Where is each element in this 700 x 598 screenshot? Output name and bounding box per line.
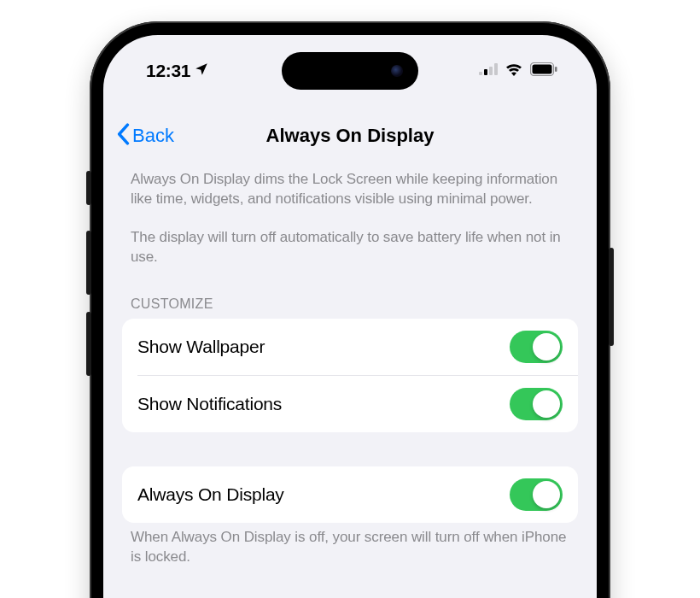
row-always-on-display: Always On Display <box>122 466 578 523</box>
camera-lens-icon <box>391 65 403 77</box>
row-label: Show Notifications <box>137 394 282 414</box>
side-button-volume-up <box>86 231 91 295</box>
intro-paragraph-1: Always On Display dims the Lock Screen w… <box>131 170 569 209</box>
back-button[interactable]: Back <box>115 123 174 149</box>
battery-icon <box>530 62 557 79</box>
svg-rect-0 <box>479 72 482 75</box>
svg-rect-5 <box>533 65 552 74</box>
nav-bar: Back Always On Display <box>103 112 597 160</box>
customize-group: Show Wallpaper Show Notifications <box>122 319 578 432</box>
back-label: Back <box>132 125 174 147</box>
footer-text: When Always On Display is off, your scre… <box>122 523 578 567</box>
toggle-always-on-display[interactable] <box>510 478 563 511</box>
intro-text: Always On Display dims the Lock Screen w… <box>122 165 578 267</box>
svg-rect-6 <box>555 67 557 72</box>
svg-rect-3 <box>494 63 498 75</box>
toggle-knob <box>533 390 560 418</box>
content-scroll[interactable]: Always On Display dims the Lock Screen w… <box>103 165 597 598</box>
screen: 12:31 <box>103 35 597 598</box>
dynamic-island <box>282 52 418 90</box>
side-button-mute <box>86 171 91 205</box>
wifi-icon <box>505 62 523 79</box>
page-title: Always On Display <box>266 125 435 147</box>
row-show-wallpaper: Show Wallpaper <box>122 319 578 375</box>
toggle-knob <box>533 481 560 508</box>
status-left: 12:31 <box>146 61 209 81</box>
intro-paragraph-2: The display will turn off automatically … <box>131 228 569 267</box>
chevron-left-icon <box>115 123 131 149</box>
row-show-notifications: Show Notifications <box>137 375 578 432</box>
location-icon <box>194 61 209 81</box>
svg-rect-1 <box>484 69 487 75</box>
svg-rect-2 <box>489 67 493 75</box>
toggle-knob <box>533 333 560 361</box>
toggle-show-notifications[interactable] <box>510 388 563 420</box>
section-header-customize: CUSTOMIZE <box>131 296 578 312</box>
status-time: 12:31 <box>146 61 190 81</box>
main-group: Always On Display <box>122 466 578 523</box>
side-button-volume-down <box>86 312 91 376</box>
row-label: Show Wallpaper <box>137 337 265 357</box>
status-right <box>479 62 557 79</box>
cellular-icon <box>479 63 498 79</box>
side-button-power <box>609 248 614 346</box>
row-label: Always On Display <box>137 484 284 505</box>
iphone-frame: 12:31 <box>90 21 610 598</box>
toggle-show-wallpaper[interactable] <box>510 331 563 363</box>
